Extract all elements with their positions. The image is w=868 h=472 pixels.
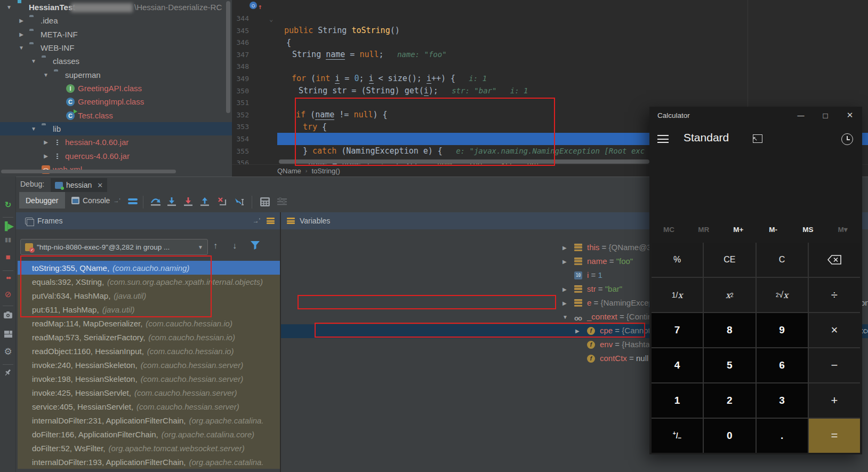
tree-arrow-icon[interactable]: ▶: [562, 259, 567, 265]
debug-session-tab[interactable]: hessian ✕: [51, 178, 107, 192]
calc-key-backspace[interactable]: [809, 243, 860, 277]
step-out-icon[interactable]: [200, 197, 211, 207]
frame-row[interactable]: internalDoFilter:193, ApplicationFilterC…: [18, 455, 280, 469]
frame-row[interactable]: toString:355, QName, (com.caucho.naming): [18, 261, 280, 275]
tree-item-classes[interactable]: ▼ classes: [0, 54, 232, 68]
tree-arrow-icon[interactable]: ▶: [562, 300, 567, 306]
step-into-icon[interactable]: [167, 197, 178, 207]
frame-row[interactable]: invoke:240, HessianSkeleton, (com.caucho…: [18, 358, 280, 372]
tree-item-superman[interactable]: ▼ superman: [0, 68, 232, 82]
frame-row[interactable]: putVal:634, HashMap, (java.util): [18, 289, 280, 302]
minimize-button[interactable]: —: [789, 107, 813, 124]
frame-down-icon[interactable]: ↓: [232, 241, 237, 251]
memory-button-M[interactable]: M▾: [825, 223, 860, 237]
memory-button-MR[interactable]: MR: [686, 223, 721, 237]
frame-row[interactable]: service:405, HessianServlet, (com.caucho…: [18, 399, 280, 413]
tree-arrow-icon[interactable]: ▶: [562, 286, 567, 292]
memory-button-MC[interactable]: MC: [652, 223, 686, 237]
calc-key-divide[interactable]: ÷: [809, 278, 860, 312]
mute-breakpoints-icon[interactable]: ⊘: [0, 290, 16, 299]
calc-key-digit-1[interactable]: 1: [652, 383, 703, 418]
tree-item--idea[interactable]: ▶ .idea: [0, 14, 232, 27]
tree-item-quercus-4-0-60-jar[interactable]: ▶ quercus-4.0.60.jar: [0, 149, 232, 163]
close-icon[interactable]: ✕: [97, 181, 103, 189]
calculator-titlebar[interactable]: Calculator — □ ✕: [649, 107, 862, 124]
frames-menu-icon[interactable]: [267, 218, 275, 224]
frame-up-icon[interactable]: ↑: [213, 241, 218, 251]
calc-key-square[interactable]: x2: [704, 278, 755, 312]
code-line-345[interactable]: 345⌄ {: [232, 12, 868, 25]
history-icon[interactable]: [841, 133, 853, 145]
project-root-row[interactable]: ▼ HessianTest \Hessian-Deserialize-RC: [0, 1, 232, 14]
show-execution-point-icon[interactable]: [128, 197, 139, 207]
calc-key-subtract[interactable]: −: [809, 348, 860, 382]
frame-row[interactable]: put:611, HashMap, (java.util): [18, 302, 280, 316]
close-button[interactable]: ✕: [838, 107, 862, 124]
frame-row[interactable]: readObject:1160, HessianInput, (com.cauc…: [18, 344, 280, 358]
code-line-347[interactable]: 347: [232, 36, 868, 49]
pause-icon[interactable]: ▮▮: [0, 236, 16, 243]
project-vertical-scrollbar[interactable]: [226, 1, 230, 113]
breadcrumb-method[interactable]: toString(): [311, 167, 340, 175]
tree-arrow-icon[interactable]: ▼: [5, 4, 13, 10]
tree-arrow-icon[interactable]: ▶: [18, 18, 25, 23]
pin-icon[interactable]: [0, 369, 16, 378]
calc-key-digit-3[interactable]: 3: [757, 383, 808, 418]
resume-icon[interactable]: ▐▶: [0, 221, 16, 231]
frame-row[interactable]: internalDoFilter:231, ApplicationFilterC…: [18, 413, 280, 427]
memory-button-M-[interactable]: M-: [756, 223, 791, 237]
frame-row[interactable]: invoke:425, HessianServlet, (com.caucho.…: [18, 386, 280, 399]
thread-dropdown[interactable]: "http-nio-8080-exec-9"@3,282 in group ..…: [20, 239, 208, 255]
calc-key-digit-4[interactable]: 4: [652, 348, 703, 382]
tree-arrow-icon[interactable]: ▼: [30, 126, 37, 132]
maximize-button[interactable]: □: [813, 107, 838, 124]
calc-key-digit-7[interactable]: 7: [652, 313, 703, 347]
view-breakpoints-icon[interactable]: ●●: [0, 275, 16, 281]
calc-key-reciprocal[interactable]: 1/x: [652, 278, 703, 312]
frame-row[interactable]: doFilter:166, ApplicationFilterChain, (o…: [18, 427, 280, 441]
tree-item-hessian-4-0-60-jar[interactable]: ▶ hessian-4.0.60.jar: [0, 135, 232, 149]
calc-key-square-root[interactable]: 2√x: [757, 278, 808, 312]
calc-key-digit-8[interactable]: 8: [704, 313, 755, 347]
calc-key-add[interactable]: +: [809, 383, 860, 418]
tree-arrow-icon[interactable]: ▼: [42, 72, 50, 78]
tree-arrow-icon[interactable]: ▼: [562, 314, 568, 320]
calc-key-multiply[interactable]: ×: [809, 313, 860, 347]
drop-frame-icon[interactable]: [218, 197, 228, 207]
tree-arrow-icon[interactable]: ▶: [42, 153, 50, 159]
layout-settings-icon[interactable]: [277, 197, 288, 207]
tree-item-test-class[interactable]: C Test.class: [0, 109, 232, 122]
editor-horizontal-scrollbar[interactable]: [279, 159, 649, 164]
stop-icon[interactable]: ■: [0, 252, 16, 261]
filter-icon[interactable]: [251, 241, 260, 252]
code-line-350[interactable]: 350: [232, 73, 868, 85]
tree-arrow-icon[interactable]: ▼: [30, 58, 37, 64]
calc-key-clear[interactable]: C: [757, 243, 808, 277]
calc-key-digit-0[interactable]: 0: [704, 419, 755, 453]
frame-row[interactable]: readMap:114, MapDeserializer, (com.cauch…: [18, 316, 280, 330]
force-step-into-icon[interactable]: [184, 197, 195, 207]
settings-gear-icon[interactable]: ⚙: [0, 346, 16, 357]
calc-key-negate[interactable]: +/−: [652, 419, 703, 453]
camera-icon[interactable]: [0, 311, 16, 320]
rerun-icon[interactable]: ↻: [0, 200, 16, 210]
run-to-cursor-icon[interactable]: [235, 197, 245, 207]
frame-row[interactable]: readMap:573, SerializerFactory, (com.cau…: [18, 330, 280, 344]
focus-pin-icon[interactable]: →': [253, 217, 260, 225]
tree-arrow-icon[interactable]: ▼: [18, 45, 25, 51]
frame-row[interactable]: equals:392, XString, (com.sun.org.apache…: [18, 275, 280, 289]
frame-row[interactable]: invoke:198, HessianSkeleton, (com.caucho…: [18, 372, 280, 386]
code-line-344[interactable]: 344○↑ public String toString(): [232, 0, 868, 12]
code-line-351[interactable]: 351 if (name != null) {: [232, 84, 868, 97]
evaluate-expression-icon[interactable]: [260, 197, 271, 207]
calc-key-digit-5[interactable]: 5: [704, 348, 755, 382]
method-breakpoint-icon[interactable]: ○: [250, 2, 257, 9]
tree-item-web-inf[interactable]: ▼ WEB-INF: [0, 41, 232, 54]
breadcrumb-class[interactable]: QName: [277, 167, 301, 175]
calc-key-digit-2[interactable]: 2: [704, 383, 755, 418]
calc-key-equals[interactable]: =: [809, 419, 860, 453]
calc-key-percent[interactable]: %: [652, 243, 703, 277]
tree-item-lib[interactable]: ▼ lib: [0, 122, 232, 135]
calc-key-digit-6[interactable]: 6: [757, 348, 808, 382]
code-line-348[interactable]: 348 for (int i = 0; i < size(); i++) { i…: [232, 48, 868, 60]
